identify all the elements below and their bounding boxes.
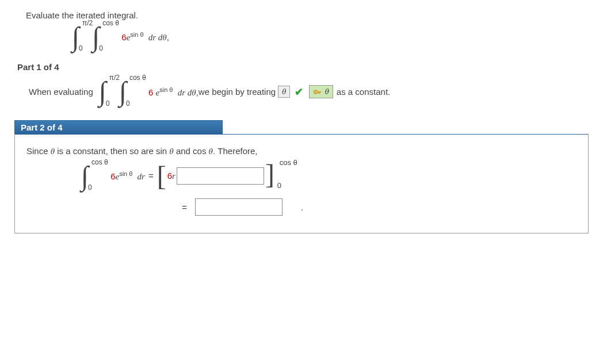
p1-outer-lower: 0 — [106, 99, 110, 108]
part1-content: When evaluating ∫ π/2 0 ∫ cos θ 0 6 esin… — [29, 81, 589, 102]
p2-theta2: θ — [169, 147, 173, 156]
p1-coeff: 6 — [148, 87, 156, 97]
p2-diff: dr — [138, 172, 145, 181]
comma: , — [167, 32, 169, 42]
period: . — [301, 202, 303, 212]
p2-equals2: = — [182, 202, 187, 212]
bracket-upper-limit: cos θ — [280, 158, 297, 167]
p1-diff: dr dθ — [178, 88, 196, 97]
inner-lower-limit: 0 — [99, 44, 103, 52]
right-bracket-group: ] cos θ 0 — [265, 166, 274, 185]
p2-exp: sin θ — [119, 170, 132, 177]
part1-lead-text: When evaluating — [29, 87, 93, 97]
outer-upper-limit: π/2 — [82, 19, 93, 27]
checkmark-icon: ✔ — [295, 86, 303, 98]
part2-equation-line2: = . — [182, 198, 579, 216]
p2-upper: cos θ — [91, 158, 108, 166]
bracket-lower-limit: 0 — [277, 181, 281, 190]
p2-inner-var: r — [172, 171, 175, 181]
bracket-content: 6r — [167, 171, 175, 181]
answer-input-1[interactable] — [177, 167, 264, 185]
p2-theta3: θ — [209, 147, 213, 156]
part2-content: Since θ is a constant, then so are sin θ… — [14, 134, 589, 233]
p2-equals: = — [148, 171, 154, 181]
exponent: sin θ — [130, 31, 143, 38]
right-bracket-icon: ] — [265, 159, 274, 189]
p2-t4: . Therefore, — [213, 146, 258, 156]
p2-inner-coeff: 6 — [167, 171, 172, 181]
p1-inner-integral: ∫ cos θ 0 — [119, 81, 127, 102]
inner-upper-limit: cos θ — [102, 19, 119, 27]
outer-lower-limit: 0 — [79, 44, 83, 52]
part1-header: Part 1 of 4 — [17, 62, 589, 72]
p1-inner-upper: cos θ — [129, 74, 146, 82]
left-bracket-icon: [ — [157, 168, 166, 185]
integrand: 6esin θ dr dθ, — [121, 31, 169, 43]
p2-coeff: 6 — [110, 171, 115, 181]
p1-outer-integral: ∫ π/2 0 — [99, 81, 106, 102]
answer-chip-theta[interactable]: θ — [278, 86, 290, 98]
p2-lower: 0 — [88, 183, 92, 191]
inner-integral: ∫ cos θ 0 — [92, 26, 100, 48]
p1-tail-text: as a constant. — [337, 87, 390, 97]
p2-t3: and cos — [174, 146, 209, 156]
p2-integrand: 6esin θ dr — [110, 170, 145, 182]
answer-input-2[interactable] — [195, 198, 283, 216]
p1-outer-upper: π/2 — [109, 74, 120, 82]
differentials: dr dθ — [148, 33, 167, 42]
p2-t2: is a constant, then so are sin — [55, 146, 169, 156]
key-icon — [313, 87, 322, 97]
part2-header: Part 2 of 4 — [14, 120, 223, 135]
coeff: 6 — [121, 32, 126, 42]
p2-t1: Since — [26, 146, 51, 156]
key-value: θ — [325, 87, 329, 97]
p2-theta1: θ — [51, 147, 55, 156]
part2-statement: Since θ is a constant, then so are sin θ… — [26, 146, 579, 156]
p1-mid-text: we begin by treating — [199, 87, 276, 97]
p1-integrand: 6 esin θ dr dθ, — [148, 86, 199, 98]
solution-key-badge[interactable]: θ — [309, 85, 333, 98]
part2-equation-line1: ∫ cos θ 0 6esin θ dr = [ 6r ] cos θ 0 — [81, 165, 579, 187]
p2-integral: ∫ cos θ 0 — [81, 165, 89, 187]
p1-inner-lower: 0 — [126, 99, 130, 108]
question-integral: ∫ π/2 0 ∫ cos θ 0 6esin θ dr dθ, — [72, 26, 589, 48]
p1-exp: sin θ — [159, 86, 173, 93]
outer-integral: ∫ π/2 0 — [72, 26, 79, 48]
